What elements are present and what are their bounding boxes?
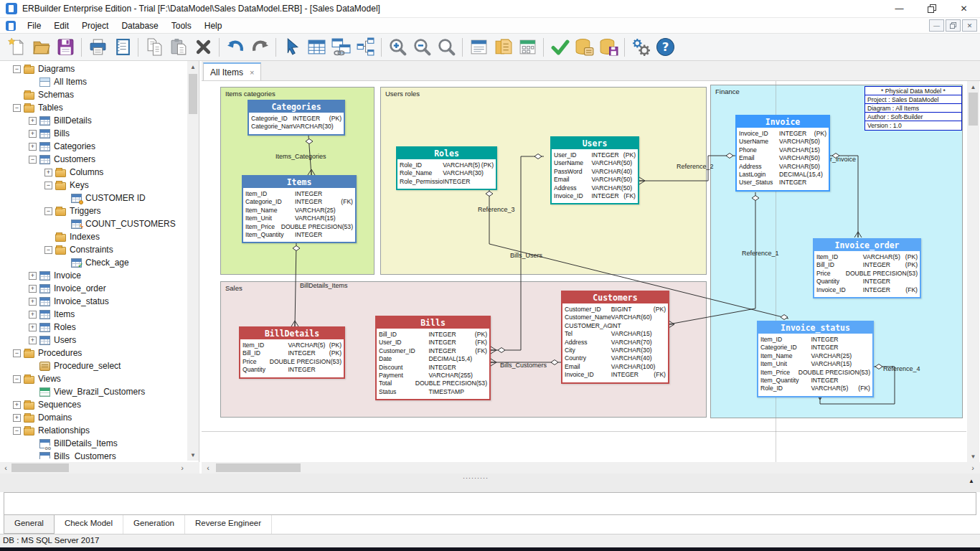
model-info-box[interactable]: * Physical Data Model *Project : Sales D… [864, 86, 962, 131]
output-tab-reverse-engineer[interactable]: Reverse Engineer [185, 515, 272, 534]
tree-item-domains[interactable]: +Domains [0, 411, 187, 424]
tree-item-all-items[interactable]: All Items [0, 75, 187, 88]
copy-button[interactable] [142, 36, 166, 59]
tree-item-billdetails-items[interactable]: BillDetails_Items [0, 437, 187, 450]
zoom-button[interactable] [434, 36, 458, 59]
canvas-horizontal-scrollbar[interactable]: ‹ › [202, 462, 980, 474]
menu-database[interactable]: Database [115, 19, 164, 33]
expand-icon[interactable]: + [29, 117, 37, 125]
expand-icon[interactable]: + [29, 143, 37, 151]
zoom-in-button[interactable] [385, 36, 410, 59]
auto-layout-button[interactable] [353, 36, 377, 59]
table-button[interactable] [304, 36, 329, 59]
collapse-icon[interactable]: − [29, 156, 37, 164]
collapse-icon[interactable]: − [13, 104, 21, 112]
tree-item-customers[interactable]: −Customers [0, 153, 187, 166]
expand-icon[interactable]: + [29, 272, 37, 280]
grid-view-button[interactable] [515, 36, 540, 59]
tree-scroll-up-icon[interactable]: ▲ [187, 62, 199, 71]
tree-item-tables[interactable]: −Tables [0, 101, 187, 114]
tree-scroll-left-icon[interactable]: ‹ [1, 463, 10, 472]
diagram-canvas[interactable]: Items categoriesUsers rolesSalesFinanceI… [202, 81, 966, 462]
settings-button[interactable] [628, 36, 653, 59]
tree-item-schemas[interactable]: Schemas [0, 88, 187, 101]
tree-item-views[interactable]: −Views [0, 372, 187, 385]
tree-item-users[interactable]: +Users [0, 334, 187, 347]
report-button[interactable] [110, 36, 134, 59]
tab-close-icon[interactable]: × [250, 68, 254, 77]
canvas-scroll-left-icon[interactable]: ‹ [204, 463, 212, 472]
undo-button[interactable] [223, 36, 248, 59]
tree-horizontal-scrollbar[interactable]: ‹ › [0, 462, 199, 474]
tree-hscroll-thumb[interactable] [11, 463, 69, 472]
canvas-scroll-down-icon[interactable]: ▼ [967, 452, 979, 461]
tree-item-customer-id[interactable]: CUSTOMER ID [0, 192, 187, 204]
tree-vscroll-thumb[interactable] [189, 74, 197, 114]
splitter-grip[interactable]: ········· [463, 474, 489, 481]
tree-item-triggers[interactable]: −Triggers [0, 204, 187, 217]
tree-item-roles[interactable]: +Roles [0, 321, 187, 334]
canvas-scroll-right-icon[interactable]: › [969, 463, 977, 472]
expand-icon[interactable]: + [29, 311, 37, 319]
new-file-button[interactable] [4, 36, 29, 59]
tree-item-constraints[interactable]: −Constraints [0, 243, 187, 256]
mdi-minimize-button[interactable]: — [929, 19, 944, 32]
open-folder-button[interactable] [29, 36, 53, 59]
tree-item-categories[interactable]: +Categories [0, 140, 187, 153]
horizontal-splitter[interactable]: ········· ▲ [0, 474, 980, 492]
tree-item-invoice-status[interactable]: +Invoice_status [0, 295, 187, 308]
collapse-icon[interactable]: − [13, 375, 21, 383]
tree-scroll-down-icon[interactable]: ▼ [187, 451, 199, 459]
tree-item-invoice-order[interactable]: +Invoice_order [0, 282, 187, 295]
entity-bills[interactable]: BillsBill_IDINTEGER(PK)User_IDINTEGER(FK… [375, 316, 491, 400]
tree-item-check-age[interactable]: ✓Check_age [0, 256, 187, 269]
collapse-icon[interactable]: − [13, 349, 21, 357]
tree-item-sequences[interactable]: +Sequences [0, 398, 187, 411]
tree-item-keys[interactable]: −Keys [0, 179, 187, 192]
tree-item-indexes[interactable]: Indexes [0, 230, 187, 243]
mdi-restore-button[interactable] [946, 19, 961, 32]
entity-customers[interactable]: CustomersCustomer_IDBIGINT(PK)Customer_N… [561, 291, 669, 384]
expand-icon[interactable]: + [29, 336, 37, 344]
collapse-icon[interactable]: − [44, 182, 52, 189]
output-tab-generation[interactable]: Generation [123, 515, 185, 534]
expand-icon[interactable]: + [13, 414, 21, 422]
close-button[interactable]: ✕ [948, 0, 980, 18]
tree-item-procedure-select[interactable]: Procedure_select [0, 359, 187, 372]
menu-edit[interactable]: Edit [47, 19, 75, 33]
menu-tools[interactable]: Tools [165, 19, 198, 33]
minimize-button[interactable]: — [883, 0, 915, 18]
collapse-icon[interactable]: − [44, 207, 52, 215]
db-save-button[interactable] [596, 36, 621, 59]
tab-all-items[interactable]: All Items × [203, 62, 261, 80]
tree-item-procedures[interactable]: −Procedures [0, 347, 187, 359]
expand-icon[interactable]: + [29, 324, 37, 331]
tree-item-bills[interactable]: +Bills [0, 127, 187, 140]
entity-invoice[interactable]: InvoiceInvoice_IDINTEGER(PK)UserNameVARC… [735, 115, 830, 192]
menu-project[interactable]: Project [75, 19, 115, 33]
print-button[interactable] [85, 36, 110, 59]
zoom-out-button[interactable] [410, 36, 434, 59]
save-button[interactable] [53, 36, 77, 59]
canvas-hscroll-thumb[interactable] [216, 463, 301, 472]
pointer-button[interactable] [280, 36, 304, 59]
tree-item-bills-customers[interactable]: Bills_Customers [0, 450, 187, 459]
canvas-scroll-up-icon[interactable]: ▲ [967, 83, 979, 91]
expand-icon[interactable]: + [13, 401, 21, 409]
expand-icon[interactable]: + [29, 285, 37, 293]
check-model-button[interactable] [547, 36, 572, 59]
tree-item-items[interactable]: +Items [0, 308, 187, 321]
entity-users[interactable]: UsersUser_IDINTEGER(PK)UserNameVARCHAR(5… [550, 136, 639, 204]
doc-report-button[interactable] [491, 36, 515, 59]
redo-button[interactable] [248, 36, 272, 59]
entity-invoice_status[interactable]: Invoice_statusItem_IDINTEGERCategorie_ID… [757, 321, 874, 397]
expand-icon[interactable]: + [29, 298, 37, 306]
panel-expand-icon[interactable]: ▲ [969, 478, 974, 484]
tables-link-button[interactable] [329, 36, 353, 59]
tree-item-relationships[interactable]: −Relationships [0, 424, 187, 437]
entity-roles[interactable]: RolesRole_IDVARCHAR(5)(PK)Role_NameVARCH… [396, 146, 497, 190]
mdi-close-button[interactable]: ✕ [962, 19, 977, 32]
paste-button[interactable] [166, 36, 191, 59]
entity-invoice_order[interactable]: Invoice_orderItem_IDVARCHAR(5)(PK)Bill_I… [813, 238, 921, 298]
panel-view-button[interactable] [466, 36, 491, 59]
